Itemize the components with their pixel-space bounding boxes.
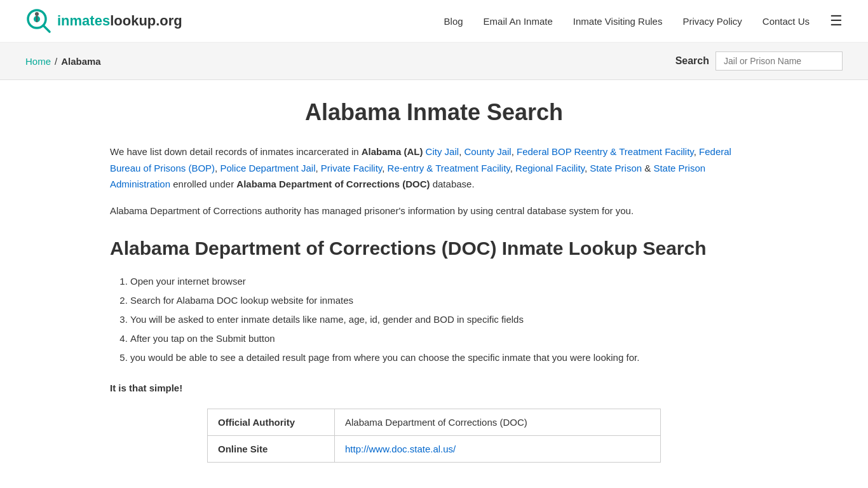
breadcrumb-home[interactable]: Home	[25, 56, 51, 67]
step-1: Open your internet browser	[130, 272, 758, 291]
link-state-prison[interactable]: State Prison	[590, 163, 642, 173]
doc-bold: Alabama Department of Corrections (DOC)	[236, 179, 430, 189]
step-2: Search for Alabama DOC lookup website fo…	[130, 291, 758, 310]
steps-list: Open your internet browser Search for Al…	[110, 272, 758, 367]
link-reentry-treatment[interactable]: Re-entry & Treatment Facility	[388, 163, 510, 173]
intro-text-before: We have list down detail records of inma…	[110, 146, 362, 157]
website-label: Online Site	[208, 436, 335, 463]
nav-visiting-rules[interactable]: Inmate Visiting Rules	[573, 16, 663, 27]
search-area: Search	[675, 51, 843, 71]
link-federal-bop-reentry[interactable]: Federal BOP Reentry & Treatment Facility	[517, 146, 694, 157]
section-title: Alabama Department of Corrections (DOC) …	[110, 238, 758, 259]
svg-point-3	[35, 12, 39, 16]
nav-contact-us[interactable]: Contact Us	[763, 16, 810, 27]
logo[interactable]: inmateslookup.org	[25, 8, 182, 34]
link-private-facility[interactable]: Private Facility	[321, 163, 382, 173]
search-label: Search	[675, 55, 709, 67]
logo-icon	[25, 8, 52, 34]
hamburger-icon[interactable]: ☰	[830, 13, 843, 29]
intro-paragraph: We have list down detail records of inma…	[110, 144, 758, 193]
nav-email-inmate[interactable]: Email An Inmate	[484, 16, 553, 27]
link-regional-facility[interactable]: Regional Facility	[515, 163, 585, 173]
breadcrumb: Home / Alabama	[25, 56, 101, 67]
website-value: http://www.doc.state.al.us/	[335, 436, 661, 463]
step-4: After you tap on the Submit button	[130, 329, 758, 348]
breadcrumb-bar: Home / Alabama Search	[0, 43, 868, 80]
main-content: Alabama Inmate Search We have list down …	[85, 80, 783, 488]
page-title: Alabama Inmate Search	[110, 99, 758, 126]
link-police-dept-jail[interactable]: Police Department Jail	[220, 163, 315, 173]
search-input[interactable]	[715, 51, 843, 71]
link-city-jail[interactable]: City Jail	[426, 146, 459, 157]
site-header: inmateslookup.org Blog Email An Inmate I…	[0, 0, 868, 43]
website-link[interactable]: http://www.doc.state.al.us/	[345, 444, 456, 454]
nav-privacy-policy[interactable]: Privacy Policy	[682, 16, 742, 27]
table-row-website: Online Site http://www.doc.state.al.us/	[208, 436, 661, 463]
state-bold: Alabama (AL)	[362, 146, 423, 157]
svg-line-2	[43, 25, 50, 32]
main-nav: Blog Email An Inmate Inmate Visiting Rul…	[444, 13, 843, 29]
simple-label: It is that simple!	[110, 383, 758, 393]
intro-end: database.	[430, 179, 475, 189]
authority-label: Official Authority	[208, 409, 335, 436]
desc-text: Alabama Department of Corrections author…	[110, 203, 758, 219]
step-3: You will be asked to enter inmate detail…	[130, 310, 758, 329]
table-row-authority: Official Authority Alabama Department of…	[208, 409, 661, 436]
step-5: you would be able to see a detailed resu…	[130, 348, 758, 367]
info-table: Official Authority Alabama Department of…	[207, 409, 661, 463]
breadcrumb-separator: /	[55, 56, 57, 67]
breadcrumb-current: Alabama	[61, 56, 101, 67]
intro-mid: enrolled under	[173, 179, 236, 189]
authority-value: Alabama Department of Corrections (DOC)	[335, 409, 661, 436]
logo-text: inmateslookup.org	[57, 13, 182, 29]
link-county-jail[interactable]: County Jail	[464, 146, 511, 157]
nav-blog[interactable]: Blog	[444, 16, 463, 27]
